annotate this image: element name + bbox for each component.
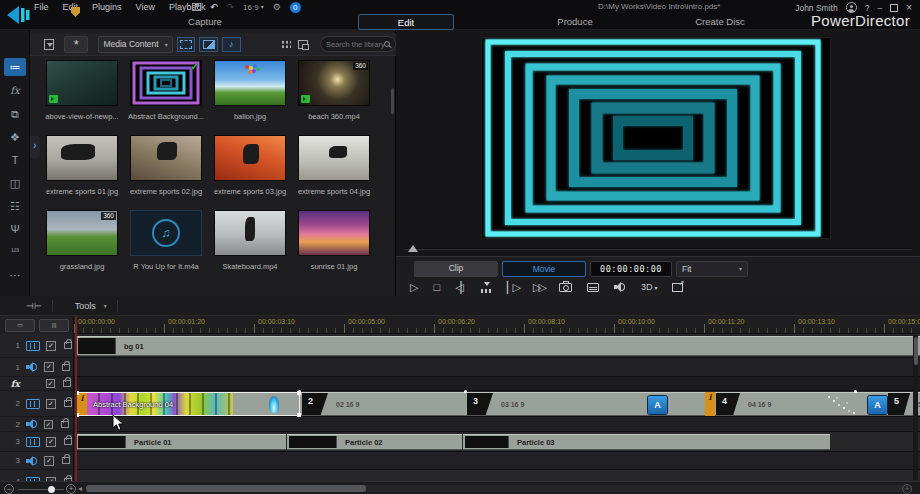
seekbar-playhead[interactable]: [408, 245, 418, 252]
tools-dropdown[interactable]: Tools: [75, 301, 96, 311]
help-icon[interactable]: ?: [865, 3, 870, 13]
zoom-slider-track[interactable]: [18, 489, 64, 490]
volume-button[interactable]: [614, 282, 626, 292]
menu-view[interactable]: View: [136, 2, 155, 12]
track-height-button[interactable]: |||: [39, 319, 69, 332]
track-header-1-audio[interactable]: 1 ✓: [0, 358, 74, 377]
next-frame-button[interactable]: ▏▷: [507, 281, 518, 294]
lock-icon[interactable]: [64, 342, 72, 349]
zoom-slider-knob[interactable]: [48, 486, 55, 493]
grid-view-icon[interactable]: [281, 40, 291, 49]
clip-particle-03[interactable]: Particle 03: [463, 434, 830, 450]
redo-icon[interactable]: ↷: [227, 2, 235, 12]
clip-mode-button[interactable]: Clip: [414, 261, 498, 277]
search-icon[interactable]: [384, 41, 390, 47]
menu-file[interactable]: File: [34, 2, 49, 12]
zoom-mode-dropdown[interactable]: Fit ▾: [676, 261, 748, 277]
sidebar-item-effect-room[interactable]: fx: [4, 82, 26, 100]
notification-badge[interactable]: 0: [290, 2, 301, 13]
fast-forward-button[interactable]: ▷▷: [533, 281, 544, 294]
track-enable-checkbox[interactable]: ✓: [46, 379, 55, 388]
restore-icon[interactable]: [890, 4, 898, 12]
timeline-horizontal-scrollbar[interactable]: [86, 485, 912, 492]
snapshot-button[interactable]: [559, 283, 572, 292]
track-header-2-video[interactable]: 2 ✓: [0, 391, 74, 417]
lock-icon[interactable]: [64, 438, 72, 445]
clip-bg01[interactable]: bg 01: [76, 336, 920, 356]
zoom-out-button[interactable]: –: [4, 484, 14, 494]
clip-title-segment[interactable]: A: [600, 392, 714, 416]
clip-particle-02[interactable]: Particle 02: [287, 434, 462, 450]
lock-icon[interactable]: [64, 400, 72, 407]
sidebar-item-subtitle-room[interactable]: ⋯: [4, 266, 26, 284]
timeline-playhead[interactable]: [75, 316, 77, 481]
3d-mode-button[interactable]: 3D ▾: [641, 282, 658, 292]
detail-view-icon[interactable]: [298, 40, 308, 49]
preview-quality-button[interactable]: [587, 283, 599, 292]
timecode-display[interactable]: 00:00:00:00: [590, 261, 672, 277]
clip-02[interactable]: 2 02 16 9: [300, 392, 465, 416]
track-header-4-video[interactable]: 4 ✓: [0, 470, 74, 481]
scrollbar-thumb[interactable]: [86, 485, 366, 492]
lock-icon[interactable]: [62, 457, 70, 464]
import-media-icon[interactable]: [44, 39, 54, 50]
minimize-icon[interactable]: –: [877, 3, 882, 13]
clip-tail-segment[interactable]: A 5 05 16 9: [822, 392, 920, 416]
undo-icon[interactable]: ↶: [210, 2, 218, 12]
track-header-3-video[interactable]: 3 ✓: [0, 432, 74, 452]
sidebar-item-transition-room[interactable]: ◫: [4, 174, 26, 192]
chevron-down-icon[interactable]: ▾: [104, 302, 107, 309]
filter-video-toggle[interactable]: [177, 37, 196, 52]
track-header-1-video[interactable]: 1 ✓: [0, 334, 74, 358]
search-input[interactable]: [326, 40, 384, 49]
library-search[interactable]: [320, 36, 396, 52]
clip-particle-01[interactable]: Particle 01: [76, 434, 286, 450]
sidebar-item-audio-mixing-room[interactable]: ☷: [4, 197, 26, 215]
filter-music-toggle[interactable]: ♪: [222, 37, 241, 52]
lock-icon[interactable]: [62, 364, 70, 371]
track-header-fx[interactable]: fx ✓: [0, 377, 74, 391]
title-effect-icon[interactable]: A: [868, 396, 887, 414]
track-header-2-audio[interactable]: 2 ✓: [0, 417, 74, 432]
sidebar-item-media-room[interactable]: ≔: [4, 58, 26, 76]
clip-03[interactable]: 3 03 16 9: [465, 392, 600, 416]
stop-button[interactable]: □: [433, 281, 440, 294]
scrollbar-thumb[interactable]: [914, 337, 918, 365]
sidebar-item-chapter-room[interactable]: ¹²³: [4, 243, 26, 261]
save-icon[interactable]: [192, 3, 201, 11]
sidebar-item-particle-room[interactable]: ❖: [4, 128, 26, 146]
seekbar-track[interactable]: [404, 248, 912, 250]
timeline-vertical-scrollbar[interactable]: [913, 335, 918, 480]
tab-create-disc[interactable]: Create Disc: [665, 14, 775, 30]
fit-timeline-button[interactable]: +: [902, 484, 912, 494]
tab-produce[interactable]: Produce: [530, 14, 620, 30]
aspect-ratio-dropdown[interactable]: 16:9 ▾: [243, 3, 264, 12]
track-enable-checkbox[interactable]: ✓: [46, 437, 56, 447]
selection-handle[interactable]: [297, 413, 301, 417]
library-category-dropdown[interactable]: Media Content ▾: [98, 36, 172, 53]
tab-edit[interactable]: Edit: [358, 14, 454, 30]
track-display-button[interactable]: ▭: [5, 319, 35, 332]
lock-icon[interactable]: [63, 380, 71, 387]
produce-window-button[interactable]: [672, 283, 683, 292]
scroll-left-icon[interactable]: ◂: [78, 484, 82, 493]
lock-icon[interactable]: [61, 421, 69, 428]
movie-mode-button[interactable]: Movie: [502, 261, 586, 277]
filter-photo-toggle[interactable]: [199, 37, 218, 52]
user-name[interactable]: John Smith: [795, 3, 838, 13]
plugins-button[interactable]: *: [64, 36, 88, 53]
clip-04[interactable]: 4 04 16 9: [714, 392, 822, 416]
track-enable-checkbox[interactable]: ✓: [44, 362, 54, 372]
sidebar-item-pip-objects-room[interactable]: ⧉: [4, 105, 26, 123]
zoom-in-button[interactable]: +: [66, 484, 76, 494]
track-enable-checkbox[interactable]: ✓: [44, 456, 54, 466]
tab-capture[interactable]: Capture: [160, 14, 250, 30]
track-enable-checkbox[interactable]: ✓: [44, 420, 53, 429]
track-header-3-audio[interactable]: 3 ✓: [0, 452, 74, 470]
play-button[interactable]: ▷: [410, 281, 418, 294]
gear-icon[interactable]: ⚙: [273, 2, 281, 12]
seek-step-button[interactable]: [481, 282, 492, 293]
timeline-ruler[interactable]: 00:00:00:00 00:00:01:20 00:00:03:10 00:0…: [0, 316, 920, 334]
preview-video[interactable]: [481, 37, 831, 239]
menu-plugins[interactable]: Plugins: [92, 2, 122, 12]
